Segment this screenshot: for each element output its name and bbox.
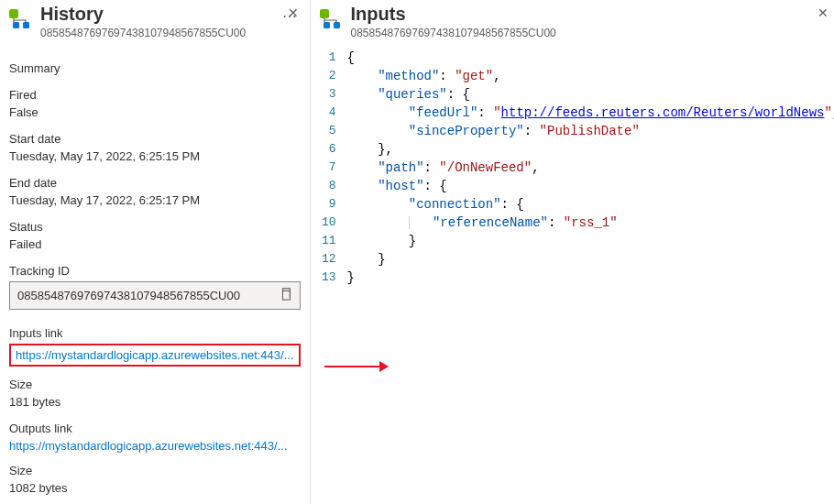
svg-rect-6 bbox=[334, 22, 340, 28]
code-line[interactable]: 4 "feedUrl": "http://feeds.reuters.com/R… bbox=[311, 104, 834, 122]
summary-label: Summary bbox=[9, 61, 301, 75]
svg-rect-2 bbox=[23, 22, 29, 28]
size-value-1: 181 bytes bbox=[9, 395, 301, 409]
code-line[interactable]: 9 "connection": { bbox=[311, 195, 834, 214]
fired-value: False bbox=[9, 105, 301, 119]
code-line[interactable]: 10 "referenceName": "rss_1" bbox=[311, 214, 834, 232]
code-line[interactable]: 3 "queries": { bbox=[311, 85, 834, 104]
size-label-1: Size bbox=[9, 378, 301, 391]
outputs-link-label: Outputs link bbox=[9, 422, 301, 435]
history-subtitle: 08585487697697438107948567855CU00 bbox=[40, 27, 277, 39]
svg-rect-5 bbox=[324, 22, 330, 28]
size-label-2: Size bbox=[9, 464, 301, 477]
svg-rect-3 bbox=[282, 291, 290, 301]
tracking-id-box: 08585487697697438107948567855CU00 bbox=[9, 281, 301, 310]
start-date-value: Tuesday, May 17, 2022, 6:25:15 PM bbox=[9, 149, 301, 163]
end-date-label: End date bbox=[9, 176, 301, 190]
svg-rect-4 bbox=[320, 9, 329, 18]
history-title: History bbox=[40, 4, 277, 25]
inputs-link-label: Inputs link bbox=[9, 326, 301, 340]
size-value-2: 1082 bytes bbox=[9, 481, 301, 495]
annotation-arrow bbox=[324, 361, 389, 372]
json-editor[interactable]: 1{2 "method": "get",3 "queries": {4 "fee… bbox=[311, 47, 834, 289]
start-date-label: Start date bbox=[9, 132, 301, 146]
status-label: Status bbox=[9, 220, 301, 234]
trigger-icon bbox=[318, 7, 344, 36]
code-line[interactable]: 7 "path": "/OnNewFeed", bbox=[311, 159, 834, 177]
close-inputs-button[interactable]: ✕ bbox=[814, 4, 832, 22]
close-history-button[interactable]: ✕ bbox=[284, 4, 302, 22]
inputs-link[interactable]: https://mystandardlogicapp.azurewebsites… bbox=[9, 344, 301, 367]
inputs-subtitle: 08585487697697438107948567855CU00 bbox=[351, 27, 833, 39]
outputs-link[interactable]: https://mystandardlogicapp.azurewebsites… bbox=[9, 439, 301, 453]
code-line[interactable]: 12 } bbox=[311, 250, 834, 268]
fired-label: Fired bbox=[9, 88, 301, 102]
history-content: Summary Fired False Start date Tuesday, … bbox=[0, 47, 310, 500]
copy-icon[interactable] bbox=[280, 288, 292, 303]
code-line[interactable]: 13} bbox=[311, 268, 834, 287]
status-value: Failed bbox=[9, 237, 301, 251]
tracking-id-value: 08585487697697438107948567855CU00 bbox=[17, 289, 280, 302]
trigger-icon bbox=[7, 7, 33, 36]
end-date-value: Tuesday, May 17, 2022, 6:25:17 PM bbox=[9, 193, 301, 207]
tracking-id-label: Tracking ID bbox=[9, 264, 301, 278]
inputs-title: Inputs bbox=[351, 4, 833, 25]
history-header: History 08585487697697438107948567855CU0… bbox=[0, 0, 310, 47]
svg-rect-0 bbox=[9, 9, 18, 18]
code-line[interactable]: 5 "sinceProperty": "PublishDate" bbox=[311, 122, 834, 140]
code-line[interactable]: 6 }, bbox=[311, 140, 834, 159]
code-line[interactable]: 11 } bbox=[311, 232, 834, 250]
svg-rect-1 bbox=[13, 22, 19, 28]
code-line[interactable]: 8 "host": { bbox=[311, 177, 834, 195]
code-line[interactable]: 2 "method": "get", bbox=[311, 67, 834, 85]
code-line[interactable]: 1{ bbox=[311, 49, 834, 67]
inputs-header: Inputs 08585487697697438107948567855CU00… bbox=[311, 0, 834, 47]
